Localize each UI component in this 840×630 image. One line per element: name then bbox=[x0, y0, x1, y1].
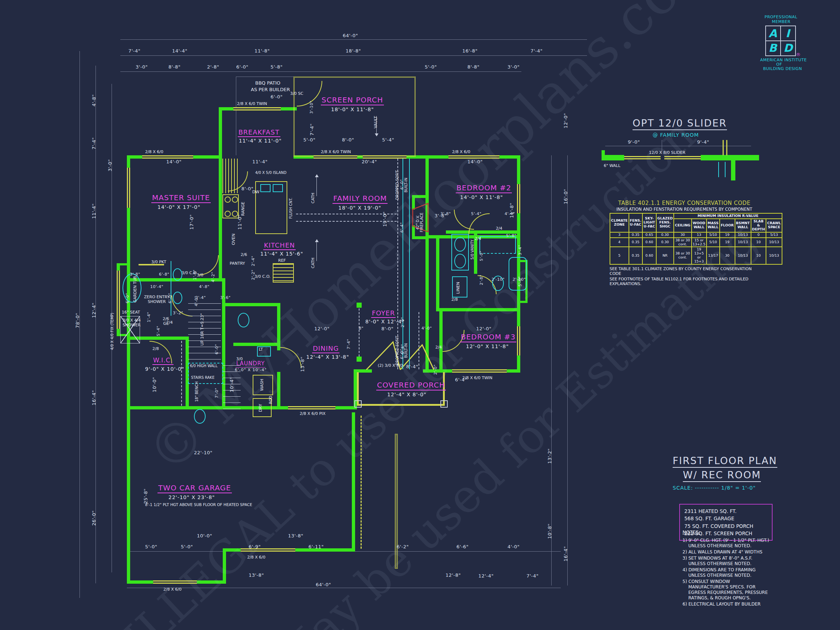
column-post bbox=[357, 303, 362, 308]
room-label-kitchen: KITCHEN bbox=[263, 242, 296, 250]
wall-segment bbox=[223, 548, 226, 584]
wall-segment bbox=[439, 311, 443, 373]
arrow-down-icon bbox=[375, 133, 379, 136]
dimension-label: 12'-4" bbox=[91, 303, 96, 318]
notes-list: 1) 9'-0" CLG. HGT. (9' - 1 1/2" PLT. HGT… bbox=[682, 538, 770, 607]
window bbox=[127, 168, 130, 208]
energy-table-cell: 0.35 bbox=[629, 238, 643, 247]
dimension-label: 11'-8" bbox=[509, 203, 515, 218]
garage-note: 8'-1 1/2" PLT HGT ABOVE SUB FLOOR OF HEA… bbox=[145, 502, 252, 507]
wall-segment bbox=[219, 107, 222, 159]
dimension-label: 1'-8" bbox=[193, 269, 197, 280]
window-label: 2/8 X 6/0 bbox=[247, 555, 265, 560]
dimension-label: 6'-0" bbox=[125, 293, 130, 303]
table-header: WOOD WALL bbox=[692, 219, 707, 232]
room-dims: 12'-4" X 8'-0" bbox=[387, 392, 426, 397]
dimension-label: 2'-8" bbox=[479, 275, 484, 285]
energy-table-cell: 4 bbox=[610, 238, 629, 247]
room-dims: 18'-0" X 11'-8" bbox=[331, 106, 374, 112]
energy-table-cell: 10/13 bbox=[735, 238, 751, 247]
dimension-label: 4'-2" bbox=[211, 272, 215, 282]
room-dims: 12'-0" X 11'-8" bbox=[466, 343, 509, 349]
dimension-label: 11'-4" bbox=[91, 204, 96, 219]
energy-table-row: 30.350.650.3030135/101910/1305/13 bbox=[610, 232, 782, 238]
energy-table-cell: 0.30 bbox=[656, 238, 674, 247]
dimension-label: 2'-2" bbox=[251, 269, 256, 280]
energy-table-cell: 10/13 bbox=[735, 232, 751, 238]
dimension-label: 78'-0" bbox=[75, 313, 80, 328]
dimension-label: 12'-0" bbox=[314, 326, 330, 332]
note-item: 2) ALL WALLS DRAWN AT 4" WIDTHS bbox=[682, 549, 770, 555]
energy-table-cell: 38 or 30 cont. bbox=[674, 238, 691, 247]
dimension-label: 12'-8" bbox=[445, 572, 461, 578]
window bbox=[142, 155, 193, 159]
dimension-line bbox=[120, 71, 521, 72]
wall-segment bbox=[117, 263, 129, 265]
wall-segment bbox=[222, 303, 280, 306]
energy-table-cell: 0.30 bbox=[656, 232, 674, 238]
door-label: 2/4 bbox=[496, 226, 502, 231]
dimension-label: 6'-8" bbox=[159, 272, 169, 277]
energy-table-row: 40.350.600.3038 or 30 cont.15 or 13+2.55… bbox=[610, 238, 782, 247]
energy-table-cell: 5 bbox=[610, 247, 629, 264]
plan-title: FIRST FLOOR PLAN bbox=[673, 455, 777, 468]
window bbox=[517, 326, 520, 355]
dimension-label: 9'-0" bbox=[628, 139, 640, 145]
oven-cabinet bbox=[223, 159, 238, 193]
energy-table-cell: 0.65 bbox=[643, 232, 656, 238]
room-label-family: FAMILY ROOM bbox=[333, 194, 388, 204]
pocket-door-label: 3/0 PKT bbox=[151, 260, 166, 264]
energy-table-cell: 10/13 bbox=[735, 247, 751, 264]
wall-segment bbox=[277, 372, 280, 406]
energy-table-cell: 19 13+5 or 15+3 bbox=[692, 247, 707, 264]
energy-table-cell: 0.60 bbox=[643, 238, 656, 247]
bbq-label: AS PER BUILDER bbox=[251, 87, 290, 92]
logo-box: A I B D bbox=[765, 25, 796, 56]
dimension-label: 4'-0" bbox=[507, 544, 519, 549]
porch-edge bbox=[357, 404, 445, 406]
sink bbox=[454, 254, 466, 268]
room-label-foyer: FOYER bbox=[371, 309, 396, 318]
door-label: 3/0 SC bbox=[290, 91, 303, 96]
notes-title: NOTES: bbox=[682, 529, 770, 535]
note-item: 4) DIMENSIONS ARE TO FRAMING UNLESS OTHE… bbox=[682, 567, 770, 578]
energy-table-cell: 10/13 bbox=[766, 238, 782, 247]
logo-text: AMERICAN INSTITUTE bbox=[760, 58, 807, 62]
dimension-label: 6'-4" bbox=[399, 222, 404, 233]
window-label: 2/8 X 6/0 TWIN bbox=[237, 101, 267, 106]
room-dims: 8'-0" X 12'-4" bbox=[365, 319, 405, 324]
dimension-label: 6'-4" bbox=[455, 377, 467, 382]
energy-table-cell: 0.35 bbox=[629, 232, 643, 238]
room-dims: 11'-4" X 11'-0" bbox=[239, 138, 282, 144]
wall-segment bbox=[277, 303, 280, 351]
energy-table-cell: 5/10 bbox=[707, 232, 720, 238]
dimension-label: 12'-0" bbox=[476, 326, 491, 332]
high-wall-label: 6/0 HIGH WALL bbox=[190, 364, 218, 368]
dimension-label: 6'-0" bbox=[236, 64, 248, 69]
notes-block: NOTES: 1) 9'-0" CLG. HGT. (9' - 1 1/2" P… bbox=[682, 529, 770, 608]
opening-label: 3/0 C.O. bbox=[254, 274, 270, 279]
logo-text: PROFESSIONAL bbox=[764, 14, 797, 19]
door-label: 2/4 bbox=[435, 345, 442, 350]
room-label-wic: W.I.C. bbox=[152, 357, 174, 365]
island-label: 4/0 X 5/0 ISLAND bbox=[255, 171, 287, 175]
room-label-garage: TWO CAR GARAGE bbox=[158, 483, 232, 493]
energy-table-cell: 15 or 13+2.5 bbox=[692, 238, 707, 247]
dimension-label: 8'-0" bbox=[242, 186, 253, 191]
table-header: CRAWL SPACE bbox=[766, 219, 782, 232]
dimension-label: 3'-0" bbox=[136, 64, 148, 69]
room-dims: 22'-10" X 23'-8" bbox=[169, 494, 215, 500]
sink bbox=[173, 268, 182, 281]
table-header: FENS. U-FAC bbox=[629, 213, 643, 232]
window bbox=[452, 369, 507, 373]
energy-table-row: 50.350.60NR38 or 30 cont.19 13+5 or 15+3… bbox=[610, 247, 782, 264]
dimension-label: 5'-4" bbox=[156, 325, 161, 336]
dimension-label: 9'-4" bbox=[697, 139, 709, 145]
dimension-label: 3'-2" bbox=[173, 311, 183, 315]
dimension-label: 1'-4" bbox=[147, 312, 151, 322]
note-item: 3) SET WINDOWS AT 8'-0" A.S.F. UNLESS OT… bbox=[682, 556, 770, 567]
dimension-label: 5'-0" bbox=[303, 137, 315, 142]
logo-letter-b: B bbox=[769, 41, 777, 54]
energy-table-cell: 10/13 bbox=[766, 247, 782, 264]
garage-line bbox=[361, 415, 362, 549]
